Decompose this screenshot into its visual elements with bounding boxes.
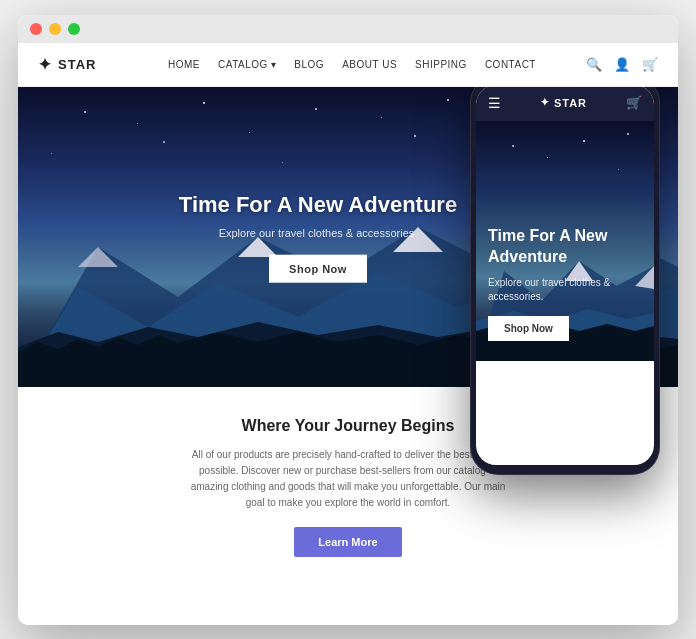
hamburger-icon[interactable]: ☰	[488, 95, 501, 111]
nav-catalog[interactable]: CATALOG ▾	[218, 59, 276, 70]
nav-shipping[interactable]: SHIPPING	[415, 59, 467, 70]
mobile-cart-icon[interactable]: 🛒	[626, 95, 642, 110]
nav-icon-group: 🔍 👤 🛒	[586, 57, 658, 72]
close-button[interactable]	[30, 23, 42, 35]
navbar: ✦ STAR HOME CATALOG ▾ BLOG ABOUT US SHIP…	[18, 43, 678, 87]
mobile-navbar: ☰ ✦ STAR 🛒	[476, 85, 654, 121]
maximize-button[interactable]	[68, 23, 80, 35]
nav-home[interactable]: HOME	[168, 59, 200, 70]
account-icon[interactable]: 👤	[614, 57, 630, 72]
mobile-shop-now-button[interactable]: Shop Now	[488, 316, 569, 341]
hero-subtitle: Explore our travel clothes & accessories…	[168, 227, 468, 239]
mac-window: ✦ STAR HOME CATALOG ▾ BLOG ABOUT US SHIP…	[18, 15, 678, 625]
hero-content: Time For A New Adventure Explore our tra…	[168, 190, 468, 283]
logo-text: STAR	[58, 57, 96, 72]
star-logo-icon: ✦	[38, 55, 52, 74]
cart-icon[interactable]: 🛒	[642, 57, 658, 72]
nav-blog[interactable]: BLOG	[294, 59, 324, 70]
shop-now-button[interactable]: Shop Now	[269, 255, 367, 283]
title-bar	[18, 15, 678, 43]
mobile-hero-subtitle: Explore our travel clothes & accessories…	[488, 276, 642, 304]
nav-contact[interactable]: CONTACT	[485, 59, 536, 70]
mobile-logo[interactable]: ✦ STAR	[540, 96, 587, 109]
mobile-hero-title: Time For A New Adventure	[488, 226, 642, 268]
dropdown-arrow-icon: ▾	[271, 59, 277, 70]
section-description: All of our products are precisely hand-c…	[188, 447, 508, 511]
logo[interactable]: ✦ STAR	[38, 55, 118, 74]
mobile-hero: Time For A New Adventure Explore our tra…	[476, 121, 654, 361]
mobile-star-icon: ✦	[540, 96, 550, 109]
mobile-device: ☰ ✦ STAR 🛒	[470, 75, 660, 475]
nav-about[interactable]: ABOUT US	[342, 59, 397, 70]
minimize-button[interactable]	[49, 23, 61, 35]
mobile-logo-text: STAR	[554, 97, 587, 109]
mobile-screen: ☰ ✦ STAR 🛒	[476, 85, 654, 465]
learn-more-button[interactable]: Learn More	[294, 527, 401, 557]
nav-links: HOME CATALOG ▾ BLOG ABOUT US SHIPPING CO…	[118, 59, 586, 70]
search-icon[interactable]: 🔍	[586, 57, 602, 72]
hero-title: Time For A New Adventure	[168, 190, 468, 219]
mobile-hero-content: Time For A New Adventure Explore our tra…	[488, 226, 642, 341]
